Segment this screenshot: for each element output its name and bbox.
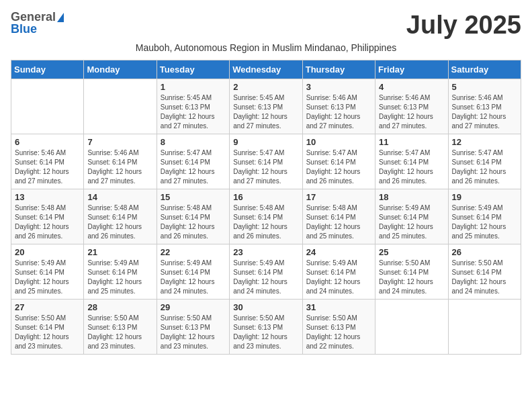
month-title: July 2025 [406, 11, 521, 40]
day-info: Sunrise: 5:50 AMSunset: 6:14 PMDaylight:… [15, 314, 80, 351]
day-number: 3 [306, 82, 371, 92]
calendar-cell: 17 Sunrise: 5:48 AMSunset: 6:14 PMDaylig… [302, 189, 375, 244]
col-thursday: Thursday [302, 60, 375, 79]
day-info: Sunrise: 5:49 AMSunset: 6:14 PMDaylight:… [161, 259, 226, 296]
calendar-cell: 14 Sunrise: 5:48 AMSunset: 6:14 PMDaylig… [84, 189, 157, 244]
day-number: 22 [161, 247, 226, 257]
calendar-cell: 13 Sunrise: 5:48 AMSunset: 6:14 PMDaylig… [11, 189, 84, 244]
calendar-cell: 7 Sunrise: 5:46 AMSunset: 6:14 PMDayligh… [84, 134, 157, 189]
calendar-week-1: 1 Sunrise: 5:45 AMSunset: 6:13 PMDayligh… [11, 79, 521, 134]
calendar-week-2: 6 Sunrise: 5:46 AMSunset: 6:14 PMDayligh… [11, 134, 521, 189]
day-number: 5 [452, 82, 517, 92]
day-number: 27 [15, 302, 80, 312]
calendar-cell: 8 Sunrise: 5:47 AMSunset: 6:14 PMDayligh… [157, 134, 229, 189]
day-info: Sunrise: 5:49 AMSunset: 6:14 PMDaylight:… [306, 259, 371, 296]
day-number: 30 [233, 302, 298, 312]
day-number: 28 [87, 302, 152, 312]
calendar-cell: 22 Sunrise: 5:49 AMSunset: 6:14 PMDaylig… [157, 244, 229, 300]
day-info: Sunrise: 5:48 AMSunset: 6:14 PMDaylight:… [306, 203, 371, 241]
day-info: Sunrise: 5:46 AMSunset: 6:13 PMDaylight:… [452, 93, 517, 131]
day-info: Sunrise: 5:48 AMSunset: 6:14 PMDaylight:… [15, 203, 80, 241]
day-info: Sunrise: 5:50 AMSunset: 6:13 PMDaylight:… [161, 314, 226, 351]
col-friday: Friday [375, 60, 448, 79]
day-info: Sunrise: 5:47 AMSunset: 6:14 PMDaylight:… [306, 148, 371, 186]
day-number: 11 [379, 137, 444, 147]
day-info: Sunrise: 5:46 AMSunset: 6:14 PMDaylight:… [87, 148, 152, 186]
col-saturday: Saturday [448, 60, 521, 79]
subtitle: Mauboh, Autonomous Region in Muslim Mind… [11, 42, 521, 53]
calendar-header: Sunday Monday Tuesday Wednesday Thursday… [11, 60, 521, 79]
calendar-cell: 21 Sunrise: 5:49 AMSunset: 6:14 PMDaylig… [84, 244, 157, 300]
calendar-cell: 19 Sunrise: 5:49 AMSunset: 6:14 PMDaylig… [448, 189, 521, 244]
calendar-cell: 31 Sunrise: 5:50 AMSunset: 6:13 PMDaylig… [302, 300, 375, 355]
logo: General Blue [11, 11, 64, 36]
calendar-cell [375, 300, 448, 355]
day-info: Sunrise: 5:46 AMSunset: 6:13 PMDaylight:… [379, 93, 444, 131]
calendar-cell: 10 Sunrise: 5:47 AMSunset: 6:14 PMDaylig… [302, 134, 375, 189]
calendar-cell: 2 Sunrise: 5:45 AMSunset: 6:13 PMDayligh… [230, 79, 302, 134]
day-info: Sunrise: 5:50 AMSunset: 6:13 PMDaylight:… [87, 314, 152, 351]
calendar-week-3: 13 Sunrise: 5:48 AMSunset: 6:14 PMDaylig… [11, 189, 521, 244]
page-container: General Blue July 2025 Mauboh, Autonomou… [11, 11, 521, 355]
calendar-cell: 11 Sunrise: 5:47 AMSunset: 6:14 PMDaylig… [375, 134, 448, 189]
day-info: Sunrise: 5:45 AMSunset: 6:13 PMDaylight:… [233, 93, 298, 131]
day-info: Sunrise: 5:48 AMSunset: 6:14 PMDaylight:… [87, 203, 152, 241]
day-number: 24 [306, 247, 371, 257]
calendar-cell: 15 Sunrise: 5:48 AMSunset: 6:14 PMDaylig… [157, 189, 229, 244]
calendar-cell: 29 Sunrise: 5:50 AMSunset: 6:13 PMDaylig… [157, 300, 229, 355]
col-monday: Monday [84, 60, 157, 79]
day-number: 14 [87, 192, 152, 202]
calendar-week-5: 27 Sunrise: 5:50 AMSunset: 6:14 PMDaylig… [11, 300, 521, 355]
calendar-cell: 24 Sunrise: 5:49 AMSunset: 6:14 PMDaylig… [302, 244, 375, 300]
day-number: 19 [452, 192, 517, 202]
calendar-cell: 23 Sunrise: 5:49 AMSunset: 6:14 PMDaylig… [230, 244, 302, 300]
day-info: Sunrise: 5:48 AMSunset: 6:14 PMDaylight:… [161, 203, 226, 241]
calendar-cell: 20 Sunrise: 5:49 AMSunset: 6:14 PMDaylig… [11, 244, 84, 300]
day-number: 12 [452, 137, 517, 147]
calendar-cell: 27 Sunrise: 5:50 AMSunset: 6:14 PMDaylig… [11, 300, 84, 355]
calendar-week-4: 20 Sunrise: 5:49 AMSunset: 6:14 PMDaylig… [11, 244, 521, 300]
day-info: Sunrise: 5:47 AMSunset: 6:14 PMDaylight:… [452, 148, 517, 186]
calendar-cell: 5 Sunrise: 5:46 AMSunset: 6:13 PMDayligh… [448, 79, 521, 134]
day-info: Sunrise: 5:45 AMSunset: 6:13 PMDaylight:… [161, 93, 226, 131]
day-number: 10 [306, 137, 371, 147]
calendar-cell: 4 Sunrise: 5:46 AMSunset: 6:13 PMDayligh… [375, 79, 448, 134]
day-info: Sunrise: 5:50 AMSunset: 6:13 PMDaylight:… [306, 314, 371, 351]
day-number: 31 [306, 302, 371, 312]
calendar-cell: 3 Sunrise: 5:46 AMSunset: 6:13 PMDayligh… [302, 79, 375, 134]
col-wednesday: Wednesday [230, 60, 302, 79]
day-info: Sunrise: 5:47 AMSunset: 6:14 PMDaylight:… [379, 148, 444, 186]
day-number: 21 [87, 247, 152, 257]
logo-blue: Blue [11, 23, 64, 36]
calendar-table: Sunday Monday Tuesday Wednesday Thursday… [11, 60, 521, 355]
calendar-cell: 18 Sunrise: 5:49 AMSunset: 6:14 PMDaylig… [375, 189, 448, 244]
day-info: Sunrise: 5:47 AMSunset: 6:14 PMDaylight:… [233, 148, 298, 186]
day-number: 7 [87, 137, 152, 147]
calendar-cell [11, 79, 84, 134]
header: General Blue July 2025 [11, 11, 521, 40]
logo-triangle-icon [57, 13, 64, 22]
day-number: 8 [161, 137, 226, 147]
day-info: Sunrise: 5:48 AMSunset: 6:14 PMDaylight:… [233, 203, 298, 241]
day-number: 20 [15, 247, 80, 257]
calendar-cell: 26 Sunrise: 5:50 AMSunset: 6:14 PMDaylig… [448, 244, 521, 300]
day-info: Sunrise: 5:49 AMSunset: 6:14 PMDaylight:… [452, 203, 517, 241]
calendar-cell: 28 Sunrise: 5:50 AMSunset: 6:13 PMDaylig… [84, 300, 157, 355]
col-tuesday: Tuesday [157, 60, 229, 79]
day-info: Sunrise: 5:49 AMSunset: 6:14 PMDaylight:… [87, 259, 152, 296]
calendar-cell: 25 Sunrise: 5:50 AMSunset: 6:14 PMDaylig… [375, 244, 448, 300]
day-number: 25 [379, 247, 444, 257]
day-number: 2 [233, 82, 298, 92]
day-info: Sunrise: 5:50 AMSunset: 6:13 PMDaylight:… [233, 314, 298, 351]
day-info: Sunrise: 5:49 AMSunset: 6:14 PMDaylight:… [233, 259, 298, 296]
header-row: Sunday Monday Tuesday Wednesday Thursday… [11, 60, 521, 79]
day-number: 29 [161, 302, 226, 312]
day-info: Sunrise: 5:46 AMSunset: 6:14 PMDaylight:… [15, 148, 80, 186]
calendar-cell [448, 300, 521, 355]
calendar-cell: 16 Sunrise: 5:48 AMSunset: 6:14 PMDaylig… [230, 189, 302, 244]
day-number: 16 [233, 192, 298, 202]
calendar-cell: 9 Sunrise: 5:47 AMSunset: 6:14 PMDayligh… [230, 134, 302, 189]
day-number: 17 [306, 192, 371, 202]
day-number: 1 [161, 82, 226, 92]
day-number: 26 [452, 247, 517, 257]
